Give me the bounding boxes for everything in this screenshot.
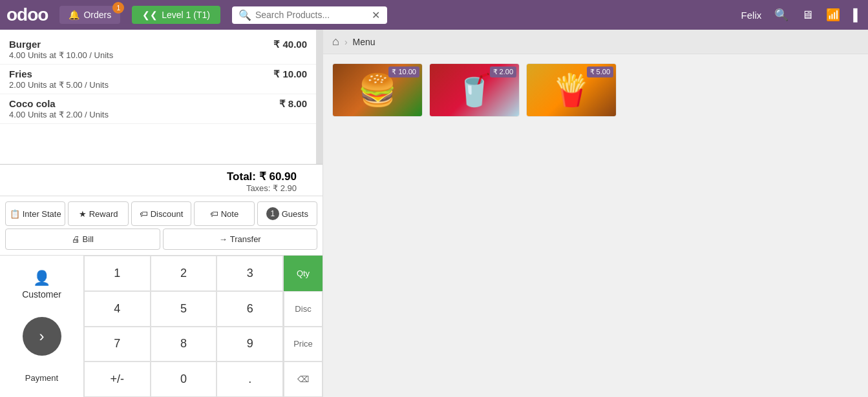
action-note-button[interactable]: 🏷Note <box>194 201 254 226</box>
left-panel: Burger ₹ 40.00 4.00 Units at ₹ 10.00 / U… <box>0 30 323 397</box>
wifi-icon[interactable]: 📶 <box>826 8 840 22</box>
taxes-value: ₹ 2.90 <box>273 183 297 193</box>
bell-icon: 🔔 <box>69 10 79 20</box>
customer-icon: 👤 <box>33 270 50 287</box>
item-detail: 2.00 Units at ₹ 5.00 / Units <box>9 80 307 90</box>
customer-section: 👤 Customer › Payment <box>0 256 84 397</box>
item-detail: 4.00 Units at ₹ 2.00 / Units <box>9 110 307 119</box>
item-name: Burger <box>9 39 41 50</box>
numpad-grid: 123456789+/-0. <box>84 256 284 397</box>
product-price-badge: ₹ 5.00 <box>587 66 613 77</box>
orders-label: Orders <box>83 10 111 20</box>
bill-icon: 🖨 <box>72 234 80 244</box>
item-detail: 4.00 Units at ₹ 10.00 / Units <box>9 50 307 60</box>
chevron-left-icon: ❮❮ <box>142 10 158 20</box>
guests-badge: 1 <box>266 207 279 220</box>
reward-icon: ★ <box>79 209 87 219</box>
transfer-icon: → <box>219 234 228 244</box>
product-price-badge: ₹ 10.00 <box>388 66 419 77</box>
mode-qty-button[interactable]: Qty <box>284 256 323 291</box>
mode-disc-button[interactable]: Disc <box>284 291 323 327</box>
discount-icon: 🏷 <box>140 209 148 219</box>
order-scroll[interactable] <box>316 30 323 164</box>
action-bill-button[interactable]: 🖨Bill <box>5 229 160 250</box>
odoo-logo: odoo <box>6 5 48 25</box>
product-name: Burger <box>333 116 422 117</box>
action-label: Inter State <box>23 209 61 219</box>
action-discount-button[interactable]: 🏷Discount <box>131 201 191 226</box>
numpad-key-5[interactable]: 5 <box>151 291 217 327</box>
action-label: Guests <box>282 209 308 219</box>
username: Felix <box>741 10 762 21</box>
product-card[interactable]: 🍟 ₹ 5.00 Fries <box>526 63 617 117</box>
numpad-key-1[interactable]: 1 <box>84 256 151 291</box>
numpad-backspace-button[interactable]: ⌫ <box>284 361 323 397</box>
item-name: Fries <box>9 68 32 80</box>
level-label: Level 1 (T1) <box>162 10 210 20</box>
right-panel: ⌂ › Menu 🍔 ₹ 10.00 Burger 🥤 ₹ 2.00 Coco … <box>323 30 868 397</box>
order-item[interactable]: Burger ₹ 40.00 4.00 Units at ₹ 10.00 / U… <box>0 35 316 65</box>
product-card[interactable]: 🥤 ₹ 2.00 Coco cola <box>429 63 520 117</box>
order-items-wrapper: Burger ₹ 40.00 4.00 Units at ₹ 10.00 / U… <box>0 30 323 164</box>
payment-label: Payment <box>25 373 58 383</box>
search-icon: 🔍 <box>238 9 251 21</box>
numpad-key-.[interactable]: . <box>217 361 283 397</box>
product-card[interactable]: 🍔 ₹ 10.00 Burger <box>332 63 423 117</box>
customer-label: Customer <box>22 289 61 300</box>
numpad-key-7[interactable]: 7 <box>84 327 151 362</box>
monitor-icon[interactable]: 🖥 <box>801 8 813 22</box>
numpad-key-+_-[interactable]: +/- <box>84 361 151 397</box>
note-icon: 🏷 <box>210 209 218 219</box>
action-label: Discount <box>151 209 184 219</box>
level-button[interactable]: ❮❮ Level 1 (T1) <box>132 6 220 24</box>
search-bar: 🔍 ✕ <box>232 6 387 24</box>
customer-top: 👤 Customer <box>22 270 61 300</box>
total-value: ₹ 60.90 <box>259 170 297 183</box>
navbar: odoo 🔔 Orders 1 ❮❮ Level 1 (T1) 🔍 ✕ Feli… <box>0 0 868 30</box>
numpad-key-8[interactable]: 8 <box>151 327 217 362</box>
breadcrumb-separator: › <box>344 37 348 47</box>
main-content: Burger ₹ 40.00 4.00 Units at ₹ 10.00 / U… <box>0 30 868 397</box>
item-price: ₹ 10.00 <box>273 68 307 80</box>
action-reward-button[interactable]: ★Reward <box>68 201 128 226</box>
action-label: Note <box>221 209 238 219</box>
numpad-key-0[interactable]: 0 <box>151 361 217 397</box>
taxes-label: Taxes: <box>246 183 271 193</box>
nav-right: Felix 🔍 🖥 📶 ▌ <box>741 8 862 22</box>
numpad-key-3[interactable]: 3 <box>217 256 283 291</box>
battery-icon: ▌ <box>853 8 862 22</box>
product-name: Coco cola <box>430 116 519 117</box>
action-buttons: 📋Inter State★Reward🏷Discount🏷Note1Guests… <box>0 196 323 255</box>
inter-state-icon: 📋 <box>10 209 20 219</box>
action-guests-button[interactable]: 1Guests <box>257 201 317 226</box>
mode-buttons: QtyDiscPrice⌫ <box>284 256 323 397</box>
numpad-area: 👤 Customer › Payment 123456789+/-0. QtyD… <box>0 255 323 397</box>
item-name: Coco cola <box>9 98 56 110</box>
taxes-line: Taxes: ₹ 2.90 <box>0 183 297 193</box>
products-grid: 🍔 ₹ 10.00 Burger 🥤 ₹ 2.00 Coco cola 🍟 ₹ … <box>323 54 868 126</box>
breadcrumb-current: Menu <box>353 37 376 47</box>
search-icon-nav[interactable]: 🔍 <box>774 8 789 22</box>
order-item[interactable]: Fries ₹ 10.00 2.00 Units at ₹ 5.00 / Uni… <box>0 65 316 94</box>
order-items: Burger ₹ 40.00 4.00 Units at ₹ 10.00 / U… <box>0 30 316 164</box>
item-price: ₹ 8.00 <box>279 98 307 110</box>
action-label: Reward <box>89 209 118 219</box>
orders-button[interactable]: 🔔 Orders 1 <box>59 6 120 24</box>
numpad-key-9[interactable]: 9 <box>217 327 283 362</box>
orders-badge: 1 <box>112 2 124 14</box>
numpad-key-4[interactable]: 4 <box>84 291 151 327</box>
numpad-key-2[interactable]: 2 <box>151 256 217 291</box>
payment-button[interactable]: › <box>23 317 61 356</box>
action-transfer-button[interactable]: →Transfer <box>163 229 318 250</box>
total-line: Total: ₹ 60.90 <box>0 170 297 183</box>
order-item[interactable]: Coco cola ₹ 8.00 4.00 Units at ₹ 2.00 / … <box>0 94 316 124</box>
order-total: Total: ₹ 60.90 Taxes: ₹ 2.90 <box>0 164 323 196</box>
mode-price-button[interactable]: Price <box>284 327 323 362</box>
search-input[interactable] <box>255 10 372 20</box>
home-icon[interactable]: ⌂ <box>332 35 339 48</box>
numpad-key-6[interactable]: 6 <box>217 291 283 327</box>
search-clear-button[interactable]: ✕ <box>372 9 380 21</box>
product-name: Fries <box>527 116 616 117</box>
item-price: ₹ 40.00 <box>273 39 307 50</box>
action-inter-state-button[interactable]: 📋Inter State <box>5 201 65 226</box>
